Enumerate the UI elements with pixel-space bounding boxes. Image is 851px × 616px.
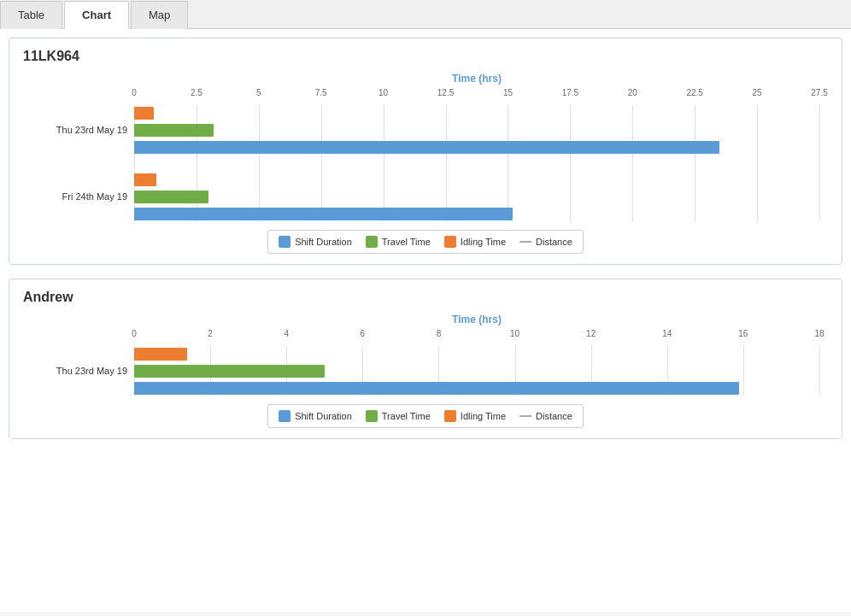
bar-green — [134, 365, 325, 378]
axis-tick-label: 20 — [628, 88, 637, 97]
legend-swatch — [279, 410, 291, 422]
legend-label: Distance — [536, 411, 572, 421]
bar-row — [134, 139, 819, 155]
legend-item: Idling Time — [444, 410, 506, 422]
axis-labels-row: 024681012141618 — [134, 329, 819, 344]
legend-label: Idling Time — [461, 411, 506, 421]
chart-row-group: Thu 23rd May 19 — [134, 346, 819, 396]
main-content: 11LK964Time (hrs)02.557.51012.51517.5202… — [0, 29, 851, 612]
axis-tick-label: 7.5 — [315, 88, 327, 97]
row-label: Fri 24th May 19 — [23, 191, 134, 202]
bar-row — [134, 189, 819, 204]
bars-container — [134, 346, 819, 396]
axis-tick-label: 18 — [814, 329, 824, 338]
axis-tick-label: 12.5 — [437, 88, 454, 97]
bar-blue — [134, 141, 719, 154]
legend-item: Shift Duration — [279, 410, 352, 422]
chart-row-group: Fri 24th May 19 — [134, 172, 819, 221]
row-label: Thu 23rd May 19 — [23, 366, 134, 376]
chart-card-chart-andrew: AndrewTime (hrs)024681012141618Thu 23rd … — [9, 279, 842, 439]
chart-title: 11LK964 — [23, 49, 828, 64]
axis-tick-label: 4 — [284, 329, 289, 338]
legend-label: Travel Time — [382, 411, 431, 421]
axis-tick-label: 6 — [361, 329, 366, 338]
bar-row — [134, 380, 819, 396]
bar-row — [134, 105, 819, 120]
axis-tick-label: 14 — [662, 329, 672, 338]
axis-tick-label: 17.5 — [562, 88, 578, 97]
legend-label: Idling Time — [461, 237, 506, 247]
axis-tick-label: 12 — [586, 329, 596, 338]
bar-row — [134, 206, 819, 221]
axis-tick-label: 8 — [437, 329, 442, 338]
axis-title: Time (hrs) — [134, 73, 819, 85]
chart-legend: Shift DurationTravel TimeIdling TimeDist… — [267, 230, 584, 254]
bar-green — [134, 124, 214, 137]
bars-container — [134, 172, 819, 221]
axis-tick-label: 10 — [379, 88, 388, 97]
legend-swatch — [366, 236, 378, 248]
axis-tick-label: 22.5 — [686, 88, 702, 97]
bar-green — [134, 191, 208, 203]
chart-area: Thu 23rd May 19Fri 24th May 19 — [134, 105, 819, 221]
bar-orange — [134, 173, 156, 186]
axis-tick-label: 16 — [738, 329, 748, 338]
legend-label: Shift Duration — [295, 237, 352, 247]
legend-swatch-line — [519, 241, 531, 243]
tabs-container: Table Chart Map — [0, 0, 851, 29]
tab-map[interactable]: Map — [131, 1, 188, 29]
axis-labels-row: 02.557.51012.51517.52022.52527.5 — [134, 88, 819, 103]
row-label: Thu 23rd May 19 — [23, 125, 134, 135]
chart-area: Thu 23rd May 19 — [134, 346, 819, 396]
bar-orange — [134, 348, 187, 361]
tab-bar: Table Chart Map — [0, 0, 851, 29]
chart-row-group: Thu 23rd May 19 — [134, 105, 819, 155]
bar-blue — [134, 382, 739, 395]
axis-tick-label: 27.5 — [811, 88, 827, 97]
axis-tick-label: 2.5 — [191, 88, 202, 97]
legend-item: Travel Time — [366, 236, 431, 248]
axis-tick-label: 5 — [256, 88, 261, 97]
bar-row — [134, 122, 819, 138]
legend-swatch — [444, 236, 456, 248]
axis-tick-label: 15 — [503, 88, 513, 97]
axis-tick-label: 25 — [753, 88, 762, 97]
legend-label: Shift Duration — [295, 411, 352, 421]
legend-swatch — [279, 236, 291, 248]
bar-row — [134, 363, 819, 378]
chart-title: Andrew — [23, 290, 828, 305]
tab-table[interactable]: Table — [0, 1, 62, 29]
axis-title: Time (hrs) — [134, 314, 819, 326]
axis-tick-label: 0 — [132, 88, 137, 97]
chart-card-chart-11lk964: 11LK964Time (hrs)02.557.51012.51517.5202… — [9, 38, 842, 265]
axis-tick-label: 10 — [510, 329, 519, 338]
legend-item: Travel Time — [366, 410, 431, 422]
bar-row — [134, 172, 819, 187]
axis-tick-label: 2 — [208, 329, 213, 338]
legend-label: Distance — [536, 237, 572, 247]
axis-tick-label: 0 — [132, 329, 137, 338]
chart-legend: Shift DurationTravel TimeIdling TimeDist… — [267, 404, 584, 428]
legend-label: Travel Time — [382, 237, 431, 247]
legend-swatch-line — [519, 415, 531, 417]
legend-swatch — [366, 410, 378, 422]
bar-row — [134, 346, 819, 361]
bars-container — [134, 105, 819, 155]
legend-swatch — [444, 410, 456, 422]
bar-blue — [134, 208, 513, 220]
bar-orange — [134, 107, 154, 120]
legend-item: Shift Duration — [279, 236, 352, 248]
legend-item: Idling Time — [444, 236, 506, 248]
tab-chart[interactable]: Chart — [64, 1, 129, 29]
legend-item: Distance — [519, 237, 572, 247]
legend-item: Distance — [519, 411, 572, 421]
